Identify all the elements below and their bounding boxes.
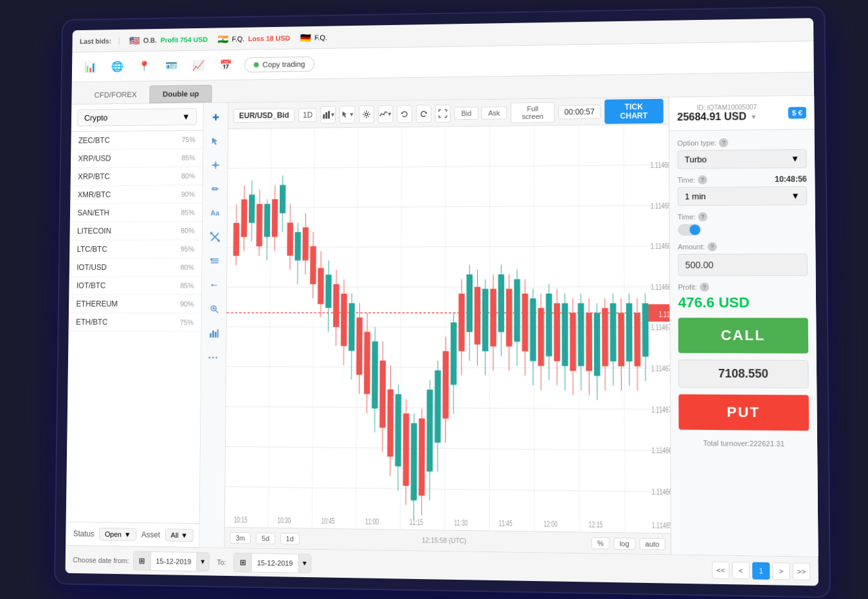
toggle-track[interactable] bbox=[678, 224, 701, 235]
timeframe-5d[interactable]: 5d bbox=[256, 532, 275, 544]
tool-crosshair[interactable] bbox=[206, 156, 224, 175]
time2-help[interactable]: ? bbox=[698, 212, 707, 221]
asset-dropdown[interactable]: All ▼ bbox=[165, 528, 194, 542]
svg-rect-16 bbox=[212, 330, 213, 337]
turnover-row: Total turnover:222621.31 bbox=[679, 436, 809, 451]
nav-globe-icon[interactable]: 🌐 bbox=[109, 58, 126, 75]
asset-iot-usd[interactable]: IOT/USD 80% bbox=[69, 258, 202, 277]
asset-eth-btc[interactable]: ETH/BTC 75% bbox=[69, 314, 201, 332]
chart-log-btn[interactable]: log bbox=[613, 537, 635, 550]
page-next-btn[interactable]: > bbox=[772, 562, 790, 580]
chart-indicators-btn[interactable]: ▾ bbox=[377, 105, 393, 123]
device-frame: Last bids: 🇺🇸 O.B. Profit 754 USD 🇮🇳 F.Q… bbox=[54, 6, 831, 598]
tool-zoom[interactable] bbox=[204, 300, 223, 319]
asset-ltc-btc[interactable]: LTC/BTC 95% bbox=[69, 240, 202, 259]
tick-chart-button[interactable]: TICK CHART bbox=[604, 98, 664, 123]
option-type-select[interactable]: Turbo ▼ bbox=[677, 149, 806, 169]
nav-chart-icon[interactable]: 📊 bbox=[82, 58, 99, 75]
bid-button[interactable]: Bid bbox=[454, 107, 478, 120]
svg-line-36 bbox=[445, 127, 446, 530]
svg-text:1.11466: 1.11466 bbox=[651, 487, 671, 496]
option-type-label: Option type: ? bbox=[677, 138, 806, 148]
asset-pct: 90% bbox=[181, 190, 195, 198]
currency-toggle[interactable]: $ € bbox=[788, 107, 806, 118]
svg-text:1.11468: 1.11468 bbox=[651, 201, 671, 210]
date-from-arrow[interactable]: ▼ bbox=[196, 553, 209, 571]
timeframe-1d[interactable]: 1d bbox=[280, 532, 300, 544]
chart-pair[interactable]: EUR/USD_Bid bbox=[233, 108, 294, 123]
svg-line-33 bbox=[312, 129, 314, 528]
tool-cross[interactable] bbox=[205, 228, 224, 247]
category-dropdown[interactable]: Crypto ▼ bbox=[77, 108, 197, 126]
copy-trading-button[interactable]: Copy trading bbox=[244, 56, 314, 72]
asset-san-eth[interactable]: SAN/ETH 85% bbox=[70, 204, 203, 222]
tool-pencil[interactable]: ✏ bbox=[206, 179, 224, 199]
asset-xmr-btc[interactable]: XMR/BTC 90% bbox=[70, 185, 203, 204]
tool-dots[interactable]: ••• bbox=[204, 348, 222, 367]
page-current-btn[interactable]: 1 bbox=[752, 562, 770, 579]
chart-settings-btn[interactable] bbox=[359, 105, 374, 123]
date-to-cal[interactable]: ⊞ bbox=[234, 553, 252, 572]
tool-plus[interactable]: + bbox=[206, 108, 225, 127]
date-to-label: To: bbox=[217, 558, 226, 566]
tool-arrow-left[interactable]: ← bbox=[204, 276, 223, 295]
svg-rect-75 bbox=[348, 303, 355, 351]
timeframe-3m[interactable]: 3m bbox=[230, 532, 251, 544]
date-to-arrow[interactable]: ▼ bbox=[298, 554, 311, 573]
asset-litecoin[interactable]: LITECOIN 80% bbox=[69, 222, 202, 240]
time-select[interactable]: 1 min ▼ bbox=[678, 186, 807, 206]
chart-fullscreen-btn[interactable] bbox=[435, 104, 451, 122]
svg-rect-83 bbox=[379, 361, 386, 428]
asset-ethereum[interactable]: ETHEREUM 90% bbox=[69, 295, 201, 314]
time-row: Time: ? 10:48:56 1 min ▼ bbox=[678, 175, 808, 206]
asset-zec-btc[interactable]: ZEC/BTC 75% bbox=[71, 130, 203, 150]
amount-help[interactable]: ? bbox=[707, 242, 717, 251]
page-last-btn[interactable]: >> bbox=[793, 562, 811, 580]
option-type-help[interactable]: ? bbox=[719, 138, 728, 147]
amount-row: Amount: ? ▲ ▼ bbox=[678, 242, 808, 276]
tool-lines[interactable] bbox=[205, 251, 224, 271]
fullscreen-button[interactable]: Full screen bbox=[511, 102, 555, 123]
put-button[interactable]: PUT bbox=[678, 394, 809, 431]
tab-cfd-forex[interactable]: CFD/FOREX bbox=[81, 85, 149, 103]
asset-iot-btc[interactable]: IOT/BTC 85% bbox=[69, 277, 201, 296]
amount-input[interactable] bbox=[678, 256, 808, 274]
chart-percent-btn[interactable]: % bbox=[592, 537, 610, 549]
chart-redo-btn[interactable] bbox=[416, 105, 431, 123]
date-from-group: Choose date from: ⊞ 15-12-2019 ▼ bbox=[73, 550, 210, 571]
asset-xrp-btc[interactable]: XRP/BTC 80% bbox=[71, 167, 203, 186]
chart-undo-btn[interactable] bbox=[397, 105, 412, 123]
status-dropdown[interactable]: Open ▼ bbox=[99, 528, 136, 541]
profit-help[interactable]: ? bbox=[700, 283, 709, 292]
account-dropdown-arrow[interactable]: ▼ bbox=[750, 113, 757, 120]
page-first-btn[interactable]: << bbox=[712, 561, 729, 578]
date-from-cal[interactable]: ⊞ bbox=[133, 551, 150, 569]
nav-calendar-icon[interactable]: 📅 bbox=[217, 56, 235, 74]
nav-bar-icon[interactable]: 📈 bbox=[190, 57, 207, 75]
time2-label: Time: ? bbox=[678, 211, 807, 221]
svg-text:1.11467: 1.11467 bbox=[651, 404, 671, 414]
svg-rect-149 bbox=[642, 303, 649, 357]
tool-histogram[interactable] bbox=[204, 323, 223, 343]
nav-id-icon[interactable]: 🪪 bbox=[163, 57, 180, 75]
tool-text[interactable]: Aa bbox=[206, 203, 224, 222]
chart-type-dropdown[interactable]: ▾ bbox=[321, 105, 336, 123]
time-help[interactable]: ? bbox=[698, 175, 707, 184]
svg-rect-141 bbox=[610, 303, 617, 362]
asset-xrp-usd[interactable]: XRP/USD 85% bbox=[71, 149, 203, 168]
date-to-value: 15-12-2019 bbox=[252, 556, 298, 569]
tab-double-up[interactable]: Double up bbox=[150, 85, 212, 103]
toggle-switch[interactable] bbox=[678, 224, 808, 236]
chart-cursor-btn[interactable]: ▾ bbox=[339, 105, 355, 123]
screen: Last bids: 🇺🇸 O.B. Profit 754 USD 🇮🇳 F.Q… bbox=[66, 18, 819, 586]
tool-cursor[interactable] bbox=[206, 132, 225, 151]
page-prev-btn[interactable]: < bbox=[732, 562, 750, 579]
ask-button[interactable]: Ask bbox=[481, 106, 507, 119]
call-button[interactable]: CALL bbox=[678, 317, 808, 353]
asset-pct: 95% bbox=[181, 245, 194, 253]
nav-pin-icon[interactable]: 📍 bbox=[136, 57, 153, 75]
user-fq-in: 🇮🇳 F.Q. Loss 18 USD bbox=[217, 33, 290, 44]
chart-auto-btn[interactable]: auto bbox=[639, 537, 665, 550]
svg-text:1.11467: 1.11467 bbox=[651, 323, 671, 332]
chart-timeframe[interactable]: 1D bbox=[298, 108, 317, 122]
